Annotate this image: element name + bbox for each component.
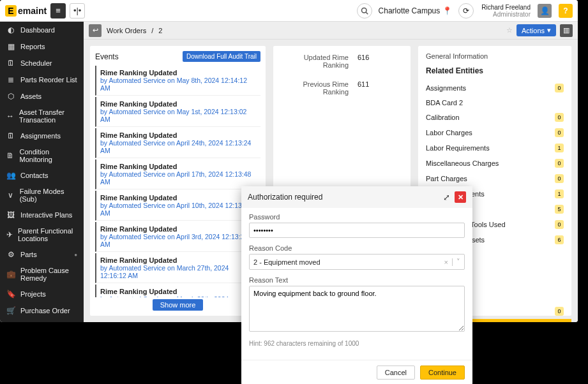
nav-indicator-icon: ●: [74, 252, 77, 258]
help-button[interactable]: ?: [559, 4, 573, 18]
logo[interactable]: E emaint: [5, 5, 47, 17]
event-item[interactable]: Rime Ranking Updatedby Automated Service…: [95, 191, 260, 221]
cancel-button[interactable]: Cancel: [377, 366, 415, 380]
event-meta: by Automated Service on April 24th, 2024…: [100, 139, 257, 154]
events-panel: Events Download Full Audit Trail Rime Ra…: [90, 46, 266, 316]
sidebar-item-reports[interactable]: ▦Reports: [0, 38, 84, 55]
event-title: Rime Ranking Updated: [100, 194, 257, 202]
chevron-down-icon[interactable]: ˅: [456, 258, 460, 266]
modal-close-button[interactable]: ✕: [455, 191, 466, 203]
event-item[interactable]: Rime Ranking Updatedby Automated Service…: [95, 253, 260, 283]
svg-line-1: [366, 12, 368, 14]
reason-code-select[interactable]: 2 - Equipment moved × ˅: [249, 254, 465, 270]
event-item[interactable]: Rime Ranking Updatedby Automated Service…: [95, 222, 260, 252]
event-item[interactable]: Rime Ranking Updatedby Automated Service…: [95, 66, 260, 96]
sidebar-item-asset-transfer-transaction[interactable]: ↔Asset Transfer Transaction: [0, 105, 84, 128]
search-button[interactable]: [357, 3, 372, 18]
rail-item-label: Assignments: [426, 84, 466, 92]
sidebar-item-failure-modes-sub-[interactable]: ∨Failure Modes (Sub): [0, 184, 84, 207]
reason-text-label: Reason Text: [249, 276, 465, 284]
user-block[interactable]: Richard Freeland Administrator: [481, 4, 531, 18]
nav-label: Scheduler: [20, 59, 52, 67]
nav-label: Condition Monitoring: [20, 148, 77, 163]
refresh-button[interactable]: ⟳: [458, 3, 474, 18]
pin-icon: 📍: [442, 6, 452, 15]
rail-item-label: BDA Card 2: [426, 99, 463, 107]
sidebar-item-parts[interactable]: ⚙Parts●: [0, 246, 84, 263]
sidebar-item-purchase-order[interactable]: 🛒Purchase Order: [0, 302, 84, 319]
rail-item-miscellaneous-charges[interactable]: Miscellaneous Charges0: [418, 156, 571, 171]
rail-item-calibration[interactable]: Calibration0: [418, 110, 571, 125]
campus-selector[interactable]: Charlotte Campus 📍: [376, 6, 455, 15]
download-audit-button[interactable]: Download Full Audit Trail: [183, 51, 260, 62]
sidebar-item-dashboard[interactable]: ◐Dashboard: [0, 22, 84, 38]
nav-label: Purchase Order: [20, 307, 70, 314]
actions-dropdown[interactable]: Actions ▾: [516, 24, 556, 36]
event-item[interactable]: Rime Ranking Updatedby Automated Service…: [95, 159, 260, 189]
rail-item-labor-requirements[interactable]: Labor Requirements1: [418, 140, 571, 156]
reason-text-input[interactable]: [249, 286, 465, 332]
nav-label: Interactive Plans: [20, 211, 72, 219]
rail-item-bda-card-2[interactable]: BDA Card 2: [418, 96, 571, 110]
rail-item-assignments[interactable]: Assignments0: [418, 80, 571, 96]
sidebar-item-interactive-plans[interactable]: 🖼Interactive Plans: [0, 207, 84, 223]
more-button[interactable]: ▥: [560, 24, 573, 37]
show-more-button[interactable]: Show more: [153, 299, 204, 311]
char-hint: Hint: 962 characters remaining of 1000: [249, 340, 465, 347]
select-divider: [452, 258, 453, 266]
sidebar-item-assignments[interactable]: 🗓Assignments: [0, 128, 84, 144]
breadcrumb-root[interactable]: Work Orders: [107, 27, 146, 34]
event-title: Rime Ranking Updated: [100, 100, 257, 108]
event-meta: by Automated Service on March 27th, 2024…: [100, 264, 257, 279]
nav-icon: 🗓: [6, 59, 15, 68]
rail-item-labor-charges[interactable]: Labor Charges0: [418, 125, 571, 140]
sidebar-item-scheduler[interactable]: 🗓Scheduler: [0, 55, 84, 71]
modal-expand-button[interactable]: ⤢: [441, 191, 452, 203]
rail-item-part-charges[interactable]: Part Charges0: [418, 171, 571, 186]
event-meta: by Automated Service on May 8th, 2024 12…: [100, 77, 257, 92]
event-item[interactable]: Rime Ranking Updatedby Automated Service…: [95, 128, 260, 158]
sidebar-item-problem-cause-remedy[interactable]: 💼Problem Cause Remedy: [0, 263, 84, 286]
rail-item-label: Part Charges: [426, 175, 467, 182]
nav-label: Asset Transfer Transaction: [19, 108, 77, 124]
favorite-star-icon[interactable]: ☆: [506, 26, 513, 34]
event-meta: by Automated Service on April 10th, 2024…: [100, 202, 257, 217]
event-item[interactable]: Rime Ranking Updatedby Automated Service…: [95, 284, 260, 297]
sidebar-item-condition-monitoring[interactable]: 🗎Condition Monitoring: [0, 144, 84, 167]
nav-label: Assets: [20, 92, 41, 100]
count-badge: 6: [555, 235, 564, 244]
sidebar-item-parent-functional-locations[interactable]: ✈Parent Functional Locations: [0, 223, 84, 246]
event-meta: by Automated Service on April 3rd, 2024 …: [100, 233, 257, 248]
sidebar-item-assets[interactable]: ⬡Assets: [0, 88, 84, 105]
updated-rime-value: 616: [358, 54, 369, 61]
nav-icon: ∨: [6, 191, 15, 200]
updated-rime-label: Updated Rime Ranking: [281, 54, 358, 69]
breadcrumb-id: 2: [158, 27, 162, 34]
avatar[interactable]: 👤: [538, 4, 552, 18]
continue-button[interactable]: Continue: [420, 366, 465, 380]
authorization-modal: Authorization required ⤢ ✕ Password Reas…: [241, 186, 472, 384]
general-information-link[interactable]: General Information: [418, 50, 571, 63]
collapse-button[interactable]: •|•: [70, 3, 85, 18]
password-input[interactable]: [249, 223, 465, 238]
nav-icon: ◐: [6, 26, 15, 34]
sidebar-item-contacts[interactable]: 👥Contacts: [0, 167, 84, 184]
nav-label: Parts: [20, 251, 37, 258]
count-badge: 1: [555, 144, 564, 152]
nav-label: Projects: [20, 290, 46, 298]
rail-item-label: Labor Requirements: [426, 144, 490, 152]
count-badge: 0: [555, 174, 564, 183]
count-badge: 5: [555, 205, 564, 214]
user-name: Richard Freeland: [481, 4, 531, 11]
clear-icon[interactable]: ×: [444, 258, 448, 266]
sidebar-item-projects[interactable]: 🔖Projects: [0, 286, 84, 302]
nav-icon: 💼: [6, 270, 15, 279]
event-item[interactable]: Rime Ranking Updatedby Automated Service…: [95, 97, 260, 127]
sidebar: ◐Dashboard▦Reports🗓Scheduler≣Parts Reord…: [0, 22, 84, 322]
menu-toggle-button[interactable]: ≡: [50, 3, 66, 18]
sidebar-item-shipping-addresses[interactable]: 🚚Shipping Addresses: [0, 319, 84, 322]
nav-icon: ⬡: [6, 92, 15, 101]
rail-item-label: Calibration: [426, 114, 460, 121]
back-button[interactable]: ↩: [89, 24, 102, 37]
sidebar-item-parts-reorder-list[interactable]: ≣Parts Reorder List: [0, 71, 84, 88]
